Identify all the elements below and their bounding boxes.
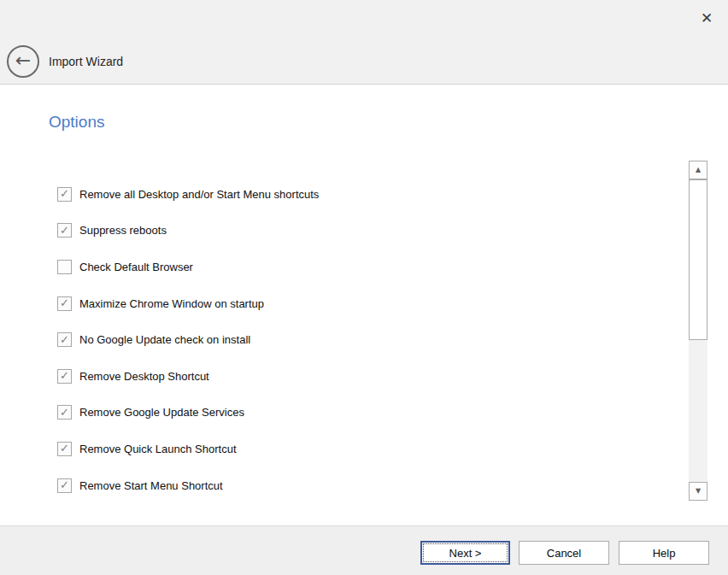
back-arrow-icon: ← [15, 51, 31, 70]
option-label: Remove Quick Launch Shortcut [79, 443, 237, 455]
scroll-track[interactable] [689, 340, 707, 482]
checkbox[interactable]: ✓ [57, 332, 72, 347]
option-label: Remove all Desktop and/or Start Menu sho… [79, 188, 319, 201]
checkbox[interactable]: ✓ [57, 260, 72, 274]
options-list: ✓ Remove all Desktop and/or Start Menu s… [57, 176, 655, 503]
wizard-title: Import Wizard [49, 55, 123, 68]
scrollbar[interactable]: ▲ ▼ [689, 161, 707, 501]
option-label: Suppress reboots [79, 224, 167, 237]
option-label: Maximize Chrome Window on startup [79, 297, 264, 310]
option-row[interactable]: ✓ Check Default Browser [57, 249, 655, 285]
cancel-button[interactable]: Cancel [519, 541, 609, 565]
back-row: ← Import Wizard [7, 45, 123, 78]
close-icon[interactable]: ✕ [694, 7, 719, 29]
checkbox[interactable]: ✓ [57, 442, 72, 456]
checkmark-icon: ✓ [60, 225, 69, 236]
option-row[interactable]: ✓ Maximize Chrome Window on startup [57, 285, 655, 322]
import-wizard-window: ✕ ← Import Wizard Options ✓ Remove all D… [0, 0, 728, 575]
checkbox[interactable]: ✓ [57, 369, 72, 384]
checkmark-icon: ✓ [60, 334, 69, 345]
option-label: Remove Google Update Services [79, 406, 244, 419]
checkmark-icon: ✓ [60, 479, 69, 490]
checkmark-icon: ✓ [60, 297, 69, 308]
help-button[interactable]: Help [619, 541, 709, 565]
scroll-thumb[interactable] [689, 179, 707, 340]
option-label: Check Default Browser [79, 261, 193, 273]
option-row[interactable]: ✓ Remove all Desktop and/or Start Menu s… [57, 176, 655, 213]
option-label: Remove Desktop Shortcut [79, 370, 209, 383]
option-row[interactable]: ✓ Remove Desktop Shortcut [57, 358, 655, 395]
checkmark-icon: ✓ [60, 407, 69, 418]
checkbox[interactable]: ✓ [57, 478, 72, 493]
option-row[interactable]: ✓ Remove Quick Launch Shortcut [57, 431, 655, 467]
scroll-down-button[interactable]: ▼ [689, 482, 707, 501]
checkbox[interactable]: ✓ [57, 187, 72, 202]
page-title: Options [49, 113, 104, 132]
option-label: Remove Start Menu Shortcut [79, 479, 223, 492]
option-label: No Google Update check on install [79, 333, 250, 346]
checkmark-icon: ✓ [60, 443, 69, 454]
scroll-up-icon: ▲ [696, 167, 701, 173]
checkmark-icon: ✓ [60, 370, 69, 381]
checkbox[interactable]: ✓ [57, 296, 72, 311]
wizard-footer: Next > Cancel Help [0, 525, 728, 575]
scroll-down-icon: ▼ [696, 488, 701, 495]
checkbox[interactable]: ✓ [57, 223, 72, 238]
wizard-header: ✕ ← Import Wizard [0, 0, 728, 85]
option-row[interactable]: ✓ No Google Update check on install [57, 321, 655, 358]
checkbox[interactable]: ✓ [57, 405, 72, 420]
scroll-up-button[interactable]: ▲ [689, 161, 707, 179]
next-button[interactable]: Next > [420, 541, 510, 565]
wizard-content: Options ✓ Remove all Desktop and/or Star… [0, 85, 728, 525]
option-row[interactable]: ✓ Suppress reboots [57, 213, 655, 249]
back-arrow-button[interactable]: ← [7, 45, 39, 78]
option-row[interactable]: ✓ Remove Google Update Services [57, 395, 655, 431]
checkmark-icon: ✓ [60, 188, 69, 199]
option-row[interactable]: ✓ Remove Start Menu Shortcut [57, 467, 655, 504]
